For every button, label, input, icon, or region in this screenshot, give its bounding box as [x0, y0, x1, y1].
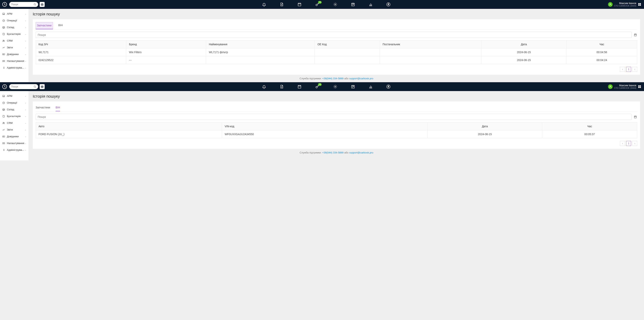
svg-point-8 [610, 4, 611, 4]
schedule-icon[interactable] [351, 2, 355, 6]
table-row[interactable]: WL7171 Wix Filters WL7171 фільтр 2024-06… [36, 48, 637, 56]
table-row[interactable]: 0242129522 --- 2024-06-15 00:04:24 [36, 56, 637, 64]
sidebar-item-accounting[interactable]: Бухгалтерія⌄ [0, 113, 29, 120]
prev-page-button[interactable]: ‹ [620, 67, 625, 72]
calendar-icon[interactable] [297, 84, 302, 89]
table-row[interactable]: FORD FUSION (JU_) WF0UXXGAJU2A34550 2024… [36, 130, 637, 138]
svg-rect-3 [298, 3, 301, 6]
th-date[interactable]: Дата [481, 40, 566, 48]
date-picker-icon[interactable] [634, 115, 637, 118]
sidebar-item-admin[interactable]: Адмініструва...⌄ [0, 146, 29, 153]
sidebar-item-reports[interactable]: Звіти⌄ [0, 126, 29, 133]
app-logo[interactable] [2, 2, 7, 7]
sidebar-item-crm[interactable]: CRM⌄ [0, 37, 29, 44]
svg-rect-12 [640, 4, 641, 6]
cell-name [206, 56, 315, 64]
top-search[interactable] [9, 2, 38, 7]
book-icon [2, 33, 5, 36]
calendar-icon[interactable] [297, 2, 302, 6]
top-search-input[interactable] [11, 85, 34, 88]
dollar-icon[interactable] [386, 2, 390, 6]
pagination: ‹ 1 › [36, 141, 637, 146]
list-icon [2, 66, 5, 69]
table-search-input[interactable] [36, 32, 632, 38]
bank-button[interactable] [40, 84, 45, 89]
bell-icon[interactable] [262, 2, 266, 6]
th-time[interactable]: Час [566, 40, 637, 48]
cell-supplier [380, 56, 481, 64]
sidebar-item-settings[interactable]: Налаштування⌄ [0, 58, 29, 64]
schedule-icon[interactable] [351, 84, 355, 89]
sidebar-item-arm[interactable]: АРМ⌄ [0, 10, 29, 17]
bank-button[interactable] [40, 2, 45, 7]
sidebar-item-warehouse[interactable]: Склад⌄ [0, 24, 29, 30]
date-picker-icon[interactable] [634, 33, 637, 36]
sidebar-item-operations[interactable]: Операції⌄ [0, 99, 29, 106]
apps-grid-icon[interactable] [638, 85, 641, 88]
chart-icon[interactable] [368, 84, 373, 89]
sidebar-item-settings[interactable]: Налаштування⌄ [0, 140, 29, 146]
sidebar-item-admin[interactable]: Адмініструва...⌄ [0, 64, 29, 71]
support-phone-link[interactable]: +38(044) 334-5889 [322, 151, 344, 154]
chevron-down-icon: ⌄ [25, 135, 26, 138]
support-email-link[interactable]: support@carbook.pro [349, 151, 373, 154]
page-number-button[interactable]: 1 [626, 141, 631, 146]
support-phone-link[interactable]: +38(044) 334-5889 [322, 77, 344, 80]
key-icon[interactable]: 10 [315, 84, 320, 89]
chart-icon[interactable] [368, 2, 373, 6]
th-date[interactable]: Дата [428, 122, 542, 130]
tab-parts[interactable]: Запчастини [36, 104, 50, 111]
page-number-button[interactable]: 1 [626, 67, 631, 72]
table-header-row: Код З/Ч Бренд Найменування OE Код Постач… [36, 40, 637, 48]
apps-grid-icon[interactable] [638, 3, 641, 6]
add-document-icon[interactable] [280, 84, 284, 89]
sidebar-item-operations[interactable]: Операції⌄ [0, 17, 29, 24]
laptop-icon [2, 95, 5, 98]
sidebar-item-warehouse[interactable]: Склад⌄ [0, 106, 29, 113]
table-search-input[interactable] [36, 114, 632, 120]
tab-vin[interactable]: ВІН [58, 22, 63, 29]
bell-icon[interactable] [262, 84, 266, 89]
user-org: СТО CARBOOK (9444) [614, 87, 636, 89]
svg-rect-10 [640, 3, 641, 4]
sidebar-item-arm[interactable]: АРМ⌄ [0, 92, 29, 99]
sidebar-item-accounting[interactable]: Бухгалтерія⌄ [0, 30, 29, 37]
th-code[interactable]: Код З/Ч [36, 40, 126, 48]
chevron-down-icon: ⌄ [25, 149, 26, 151]
th-time[interactable]: Час [542, 122, 637, 130]
th-oe[interactable]: OE Код [315, 40, 380, 48]
user-block[interactable]: Максим Іванов СТО CARBOOK (9444) [608, 2, 641, 7]
th-vin[interactable]: VIN-код [222, 122, 428, 130]
tab-parts[interactable]: Запчастини [36, 22, 53, 29]
support-email-link[interactable]: support@carbook.pro [349, 77, 373, 80]
prev-page-button[interactable]: ‹ [620, 141, 625, 146]
tab-vin[interactable]: ВІН [56, 104, 60, 111]
gear-icon[interactable] [333, 2, 338, 6]
sidebar-item-label: Звіти [7, 46, 13, 49]
th-brand[interactable]: Бренд [126, 40, 206, 48]
sidebar: АРМ⌄ Операції⌄ Склад⌄ Бухгалтерія⌄ CRM⌄ … [0, 9, 29, 82]
next-page-button[interactable]: › [632, 67, 637, 72]
top-search[interactable] [9, 84, 38, 89]
add-document-icon[interactable] [280, 2, 284, 6]
user-org: СТО CARBOOK (9444) [614, 4, 636, 7]
key-icon[interactable]: 10 [315, 2, 320, 7]
sidebar-item-crm[interactable]: CRM⌄ [0, 120, 29, 126]
top-search-input[interactable] [11, 3, 34, 6]
th-auto[interactable]: Авто [36, 122, 222, 130]
svg-point-36 [3, 122, 4, 123]
sidebar-item-directories[interactable]: Довідники⌄ [0, 51, 29, 58]
dollar-icon[interactable] [386, 84, 390, 89]
next-page-button[interactable]: › [632, 141, 637, 146]
user-block[interactable]: Максим Іванов СТО CARBOOK (9444) [608, 84, 641, 89]
th-supplier[interactable]: Постачальник [380, 40, 481, 48]
badge-count: 10 [318, 1, 322, 4]
sidebar-item-label: Адмініструва... [7, 66, 24, 69]
app-logo[interactable] [2, 84, 7, 89]
gear-icon[interactable] [333, 84, 338, 89]
sidebar-item-reports[interactable]: Звіти⌄ [0, 44, 29, 51]
box-icon [2, 26, 5, 29]
sidebar-item-directories[interactable]: Довідники⌄ [0, 133, 29, 140]
svg-rect-13 [3, 13, 4, 14]
th-name[interactable]: Найменування [206, 40, 315, 48]
